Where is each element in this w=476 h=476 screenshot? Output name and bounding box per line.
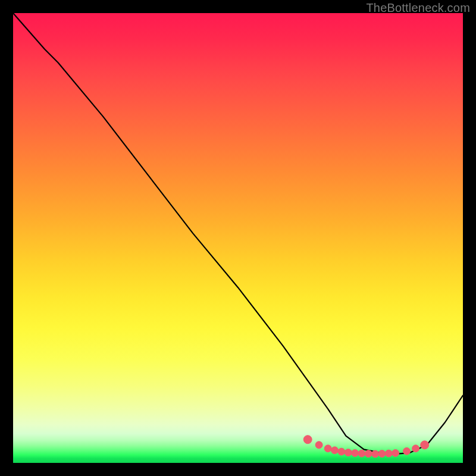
highlight-dot bbox=[365, 450, 372, 458]
highlight-dot bbox=[345, 449, 352, 456]
highlight-dots bbox=[303, 436, 429, 458]
highlight-dot bbox=[352, 449, 359, 456]
highlight-dot bbox=[358, 450, 365, 457]
highlight-dot bbox=[303, 436, 312, 444]
attribution-label: TheBottleneck.com bbox=[366, 1, 470, 15]
highlight-dot bbox=[412, 445, 419, 452]
bottleneck-curve bbox=[13, 13, 463, 454]
highlight-dot bbox=[331, 447, 339, 454]
chart-overlay bbox=[13, 13, 463, 463]
highlight-dot bbox=[315, 441, 322, 449]
highlight-dot bbox=[372, 450, 379, 458]
highlight-dot bbox=[324, 445, 331, 452]
highlight-dot bbox=[378, 450, 386, 458]
highlight-dot bbox=[392, 449, 399, 456]
highlight-dot bbox=[403, 447, 411, 455]
highlight-dot bbox=[385, 450, 392, 457]
highlight-dot bbox=[421, 441, 429, 449]
chart-stage: TheBottleneck.com bbox=[0, 0, 476, 476]
highlight-dot bbox=[338, 448, 345, 455]
